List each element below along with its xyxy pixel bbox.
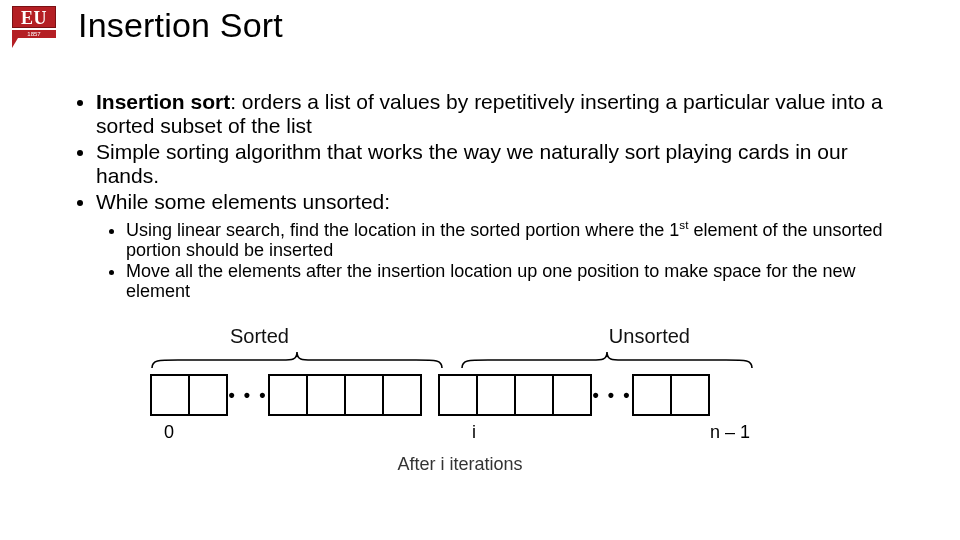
label-unsorted: Unsorted [609,325,690,348]
sub-bullet-list: Using linear search, find the location i… [70,220,890,302]
array-cell [632,374,672,416]
array-cell [268,374,308,416]
array-cell [552,374,592,416]
bullet-1-term: Insertion sort [96,90,230,113]
brace-sorted-icon [150,350,444,370]
index-row: 0 i n – 1 [150,422,770,448]
array-cell [476,374,516,416]
diagram-top-labels: Sorted Unsorted [150,325,770,350]
array-cell [344,374,384,416]
sub-bullet-2: Move all the elements after the insertio… [126,261,890,302]
sorted-segment: • • • [150,374,422,416]
logo-pennant-icon [12,38,18,48]
unsorted-segment: • • • [438,374,710,416]
ellipsis-icon: • • • [228,374,268,416]
array-cell [514,374,554,416]
logo-text: EU [12,6,56,28]
sub-bullet-1: Using linear search, find the location i… [126,220,890,261]
sub-bullet-1a: Using linear search, find the location i… [126,220,679,240]
page-title: Insertion Sort [78,6,283,45]
logo-year: 1857 [12,30,56,38]
insertion-sort-diagram: Sorted Unsorted • • • [150,325,770,475]
array-cell [306,374,346,416]
bullet-2: Simple sorting algorithm that works the … [96,140,890,188]
index-end: n – 1 [710,422,750,443]
slide: EU 1857 Insertion Sort Insertion sort: o… [0,0,960,540]
array-cell [382,374,422,416]
brace-row [150,350,770,370]
array-cell [670,374,710,416]
index-mid: i [472,422,476,443]
bullet-list: Insertion sort: orders a list of values … [70,90,890,214]
index-start: 0 [164,422,174,443]
diagram-caption: After i iterations [150,454,770,475]
array-row: • • • • • • [150,374,770,416]
array-cell [438,374,478,416]
bullet-1: Insertion sort: orders a list of values … [96,90,890,138]
array-cell [150,374,190,416]
eu-logo: EU 1857 [12,6,56,48]
bullet-3: While some elements unsorted: [96,190,890,214]
ellipsis-icon: • • • [592,374,632,416]
array-cell [188,374,228,416]
brace-unsorted-icon [460,350,754,370]
label-sorted: Sorted [230,325,289,348]
body-text: Insertion sort: orders a list of values … [70,90,890,302]
